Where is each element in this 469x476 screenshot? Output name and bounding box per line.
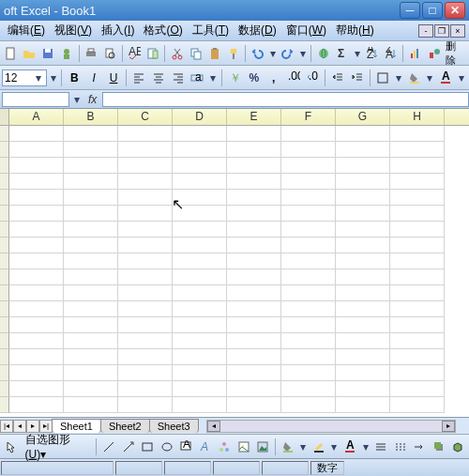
name-box[interactable] xyxy=(2,92,69,107)
cell[interactable] xyxy=(173,285,227,301)
cell[interactable] xyxy=(9,269,64,285)
scroll-left-button[interactable]: ◂ xyxy=(207,421,220,432)
cell[interactable] xyxy=(227,253,281,269)
hyperlink-button[interactable] xyxy=(314,44,332,63)
bold-button[interactable]: B xyxy=(65,69,83,87)
merge-dropdown[interactable]: ▾ xyxy=(207,71,219,84)
row-header[interactable] xyxy=(0,269,9,285)
cell[interactable] xyxy=(336,397,390,413)
cell[interactable] xyxy=(118,317,173,333)
cell[interactable] xyxy=(118,381,173,397)
cell[interactable] xyxy=(173,381,227,397)
column-header[interactable]: C xyxy=(118,109,173,125)
tab-nav-prev[interactable]: ◂ xyxy=(13,420,26,433)
cell[interactable] xyxy=(227,365,281,381)
cell[interactable] xyxy=(118,142,173,158)
oval-button[interactable] xyxy=(158,438,176,456)
cell[interactable] xyxy=(281,190,336,206)
cell[interactable] xyxy=(9,206,64,222)
autosum-button[interactable]: Σ xyxy=(333,44,351,63)
cell[interactable] xyxy=(281,365,336,381)
3d-button[interactable] xyxy=(448,438,467,456)
cell[interactable] xyxy=(281,381,336,397)
decrease-decimal-button[interactable]: .0 xyxy=(303,69,322,87)
cell[interactable] xyxy=(281,126,336,142)
font-color-draw-button[interactable]: A xyxy=(340,438,359,456)
wordart-button[interactable]: A xyxy=(196,438,215,456)
cell[interactable] xyxy=(64,126,118,142)
cell[interactable] xyxy=(336,333,390,349)
cell[interactable] xyxy=(281,269,336,285)
cell[interactable] xyxy=(9,333,64,349)
cell[interactable] xyxy=(336,269,390,285)
cell[interactable] xyxy=(390,301,445,317)
cell[interactable] xyxy=(118,333,173,349)
rectangle-button[interactable] xyxy=(138,438,157,456)
cell[interactable] xyxy=(173,174,227,190)
cell[interactable] xyxy=(9,174,64,190)
menu-window[interactable]: 窗口(W) xyxy=(282,21,330,40)
cell[interactable] xyxy=(64,206,118,222)
cell[interactable] xyxy=(227,397,281,413)
cell[interactable] xyxy=(281,349,336,365)
cell[interactable] xyxy=(281,142,336,158)
column-header[interactable]: G xyxy=(336,109,390,125)
cell[interactable] xyxy=(390,269,445,285)
cell[interactable] xyxy=(118,269,173,285)
cell[interactable] xyxy=(227,142,281,158)
cell[interactable] xyxy=(390,206,445,222)
arrow-style-button[interactable] xyxy=(410,438,429,456)
cell[interactable] xyxy=(118,365,173,381)
permission-button[interactable] xyxy=(58,44,76,63)
font-color-draw-dropdown[interactable]: ▾ xyxy=(360,440,371,453)
cell[interactable] xyxy=(227,158,281,174)
cell[interactable] xyxy=(64,222,118,238)
menu-data[interactable]: 数据(D) xyxy=(234,21,280,40)
cell[interactable] xyxy=(9,317,64,333)
cell[interactable] xyxy=(9,381,64,397)
cell[interactable] xyxy=(390,381,445,397)
name-box-dropdown[interactable]: ▾ xyxy=(71,93,83,106)
cell[interactable] xyxy=(227,269,281,285)
cell[interactable] xyxy=(173,349,227,365)
cell[interactable] xyxy=(390,349,445,365)
row-header[interactable] xyxy=(0,126,9,142)
menu-insert[interactable]: 插入(I) xyxy=(98,21,138,40)
fill-color-dropdown[interactable]: ▾ xyxy=(424,71,435,84)
cell[interactable] xyxy=(64,285,118,301)
close-button[interactable]: ✕ xyxy=(445,2,465,19)
cell[interactable] xyxy=(336,174,390,190)
undo-button[interactable] xyxy=(249,44,266,63)
maximize-button[interactable]: □ xyxy=(422,2,443,19)
merge-center-button[interactable]: a xyxy=(188,69,206,87)
cell[interactable] xyxy=(336,190,390,206)
cell[interactable] xyxy=(9,397,64,413)
align-center-button[interactable] xyxy=(149,69,168,87)
cell[interactable] xyxy=(336,206,390,222)
cell[interactable] xyxy=(173,333,227,349)
sort-desc-button[interactable]: ZA xyxy=(383,44,401,63)
cell[interactable] xyxy=(390,222,445,238)
cell[interactable] xyxy=(390,126,445,142)
cell[interactable] xyxy=(9,222,64,238)
cell[interactable] xyxy=(64,158,118,174)
scroll-right-button[interactable]: ▸ xyxy=(442,421,455,432)
cell[interactable] xyxy=(227,285,281,301)
menu-help[interactable]: 帮助(H) xyxy=(332,21,378,40)
sheet-tab-2[interactable]: Sheet2 xyxy=(100,419,150,433)
menu-tools[interactable]: 工具(T) xyxy=(189,21,233,40)
cell[interactable] xyxy=(64,142,118,158)
cell[interactable] xyxy=(9,365,64,381)
increase-indent-button[interactable] xyxy=(348,69,367,87)
cell[interactable] xyxy=(173,253,227,269)
font-dropdown[interactable]: ▾ xyxy=(48,71,59,84)
mdi-minimize-button[interactable]: - xyxy=(418,24,433,38)
redo-button[interactable] xyxy=(279,44,296,63)
currency-button[interactable]: ￥ xyxy=(225,69,244,87)
cell[interactable] xyxy=(390,158,445,174)
cell[interactable] xyxy=(336,381,390,397)
select-all-corner[interactable] xyxy=(0,109,9,125)
column-header[interactable]: D xyxy=(173,109,227,125)
sheet-tab-3[interactable]: Sheet3 xyxy=(149,419,199,433)
cell[interactable] xyxy=(281,317,336,333)
